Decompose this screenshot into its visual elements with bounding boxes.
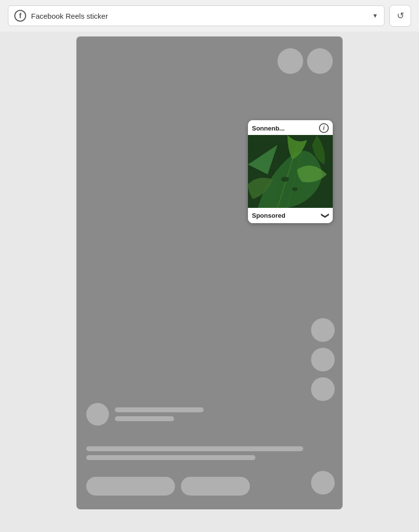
ad-title: Sonnenb... — [252, 125, 284, 132]
action-circle-3[interactable] — [311, 377, 335, 401]
user-info-row — [86, 403, 204, 426]
right-actions — [311, 318, 335, 401]
action-circle-1[interactable] — [311, 318, 335, 342]
phone-frame: Sonnenb... i — [76, 36, 343, 509]
user-text-block — [115, 407, 204, 421]
facebook-icon: f — [14, 10, 26, 22]
sticker-title: Facebook Reels sticker — [31, 12, 367, 20]
avatar-1 — [278, 48, 303, 74]
action-button-1[interactable] — [86, 477, 175, 496]
ad-card-footer: Sponsored ❯ — [248, 208, 333, 223]
refresh-button[interactable]: ↺ — [389, 5, 411, 27]
bottom-right-action[interactable] — [311, 471, 335, 495]
svg-point-4 — [292, 187, 298, 191]
user-avatar — [86, 403, 109, 426]
caption-lines — [86, 446, 303, 460]
sponsored-label: Sponsored — [252, 212, 285, 219]
selector-dropdown[interactable]: f Facebook Reels sticker ▼ — [8, 5, 384, 26]
caption-line-2 — [86, 455, 255, 460]
preview-wrapper: Sonnenb... i — [0, 32, 419, 514]
action-button-2[interactable] — [181, 477, 250, 496]
action-circle-2[interactable] — [311, 348, 335, 371]
chevron-down-icon: ❯ — [321, 212, 330, 219]
username-line — [115, 407, 204, 412]
ad-image — [248, 135, 333, 208]
refresh-icon: ↺ — [397, 10, 404, 21]
info-icon[interactable]: i — [319, 123, 329, 133]
top-avatars — [278, 48, 333, 74]
username-sub-line — [115, 416, 174, 421]
bottom-action-buttons — [86, 477, 333, 496]
avatar-2 — [307, 48, 333, 74]
svg-point-3 — [281, 177, 289, 182]
chevron-down-icon: ▼ — [372, 12, 378, 19]
top-bar: f Facebook Reels sticker ▼ ↺ — [0, 0, 419, 32]
ad-sticker-card[interactable]: Sonnenb... i — [248, 120, 333, 223]
ad-card-header: Sonnenb... i — [248, 120, 333, 135]
caption-line-1 — [86, 446, 303, 451]
